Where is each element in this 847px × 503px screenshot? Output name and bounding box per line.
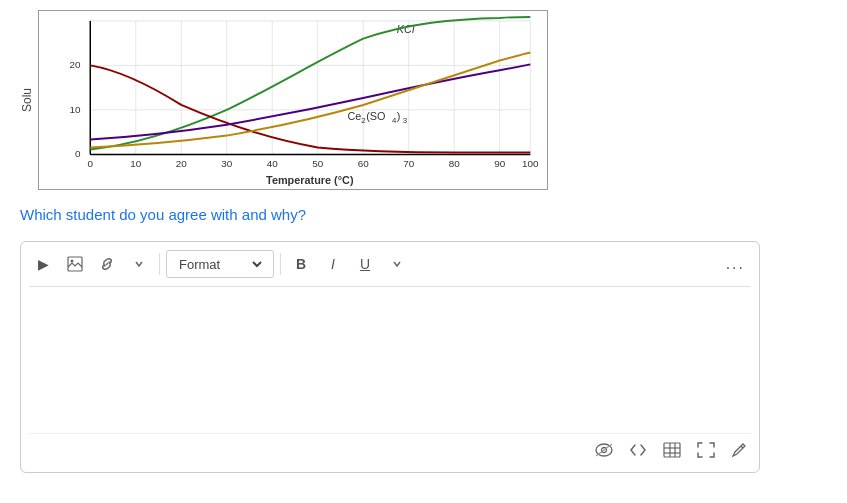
- svg-text:90: 90: [494, 158, 505, 169]
- link-icon: [99, 256, 115, 272]
- toolbar-divider-2: [280, 253, 281, 275]
- svg-text:(SO: (SO: [366, 110, 385, 122]
- svg-text:20: 20: [176, 158, 187, 169]
- code-button[interactable]: [625, 441, 651, 463]
- chart-container: 0 10 20 0 10 20 30 40 50 60 70 80 90 100…: [38, 10, 548, 190]
- format-dropdown-arrow[interactable]: [383, 250, 411, 278]
- svg-line-50: [741, 446, 743, 448]
- y-axis-label: Solu: [20, 88, 34, 112]
- svg-text:0: 0: [88, 158, 94, 169]
- toolbar: ▶ Format Heading 1 Headi: [29, 250, 751, 287]
- svg-text:0: 0: [75, 148, 81, 159]
- image-icon: [67, 256, 83, 272]
- svg-text:Temperature (°C): Temperature (°C): [266, 174, 354, 186]
- table-button[interactable]: [659, 440, 685, 464]
- editor-content[interactable]: [29, 295, 751, 425]
- format-select-input[interactable]: Format Heading 1 Heading 2 Normal: [175, 256, 265, 273]
- code-icon: [629, 443, 647, 457]
- svg-text:Ce: Ce: [347, 110, 361, 122]
- svg-text:70: 70: [403, 158, 414, 169]
- chart-area: Solu 0 10 20: [20, 10, 827, 190]
- eye-icon: [595, 443, 613, 457]
- dropdown-arrow-button[interactable]: [125, 250, 153, 278]
- chart-svg: 0 10 20 0 10 20 30 40 50 60 70 80 90 100…: [38, 10, 548, 190]
- bottom-toolbar: [29, 433, 751, 464]
- svg-text:50: 50: [312, 158, 323, 169]
- svg-text:): ): [397, 110, 401, 122]
- underline-button[interactable]: U: [351, 250, 379, 278]
- editor-wrapper: ▶ Format Heading 1 Headi: [20, 241, 760, 473]
- svg-text:100: 100: [522, 158, 539, 169]
- svg-text:40: 40: [267, 158, 278, 169]
- video-button[interactable]: ▶: [29, 250, 57, 278]
- svg-text:10: 10: [130, 158, 141, 169]
- svg-text:3: 3: [403, 116, 408, 125]
- svg-rect-45: [664, 443, 680, 457]
- expand-button[interactable]: [693, 440, 719, 464]
- svg-text:80: 80: [449, 158, 460, 169]
- svg-text:60: 60: [358, 158, 369, 169]
- svg-text:2: 2: [361, 116, 365, 125]
- more-button[interactable]: ...: [720, 250, 751, 278]
- svg-line-41: [106, 263, 108, 265]
- pencil-icon: [731, 442, 747, 458]
- chevron-down-icon-2: [392, 259, 402, 269]
- svg-text:20: 20: [69, 59, 80, 70]
- svg-text:10: 10: [69, 104, 80, 115]
- bold-button[interactable]: B: [287, 250, 315, 278]
- preview-button[interactable]: [591, 441, 617, 463]
- image-button[interactable]: [61, 250, 89, 278]
- format-dropdown[interactable]: Format Heading 1 Heading 2 Normal: [166, 250, 274, 278]
- link-button[interactable]: [93, 250, 121, 278]
- svg-point-40: [71, 260, 74, 263]
- table-icon: [663, 442, 681, 458]
- edit-button[interactable]: [727, 440, 751, 464]
- chevron-down-icon: [134, 259, 144, 269]
- svg-text:30: 30: [221, 158, 232, 169]
- question-text: Which student do you agree with and why?: [20, 206, 827, 223]
- italic-button[interactable]: I: [319, 250, 347, 278]
- svg-rect-39: [68, 257, 82, 271]
- expand-icon: [697, 442, 715, 458]
- toolbar-divider: [159, 253, 160, 275]
